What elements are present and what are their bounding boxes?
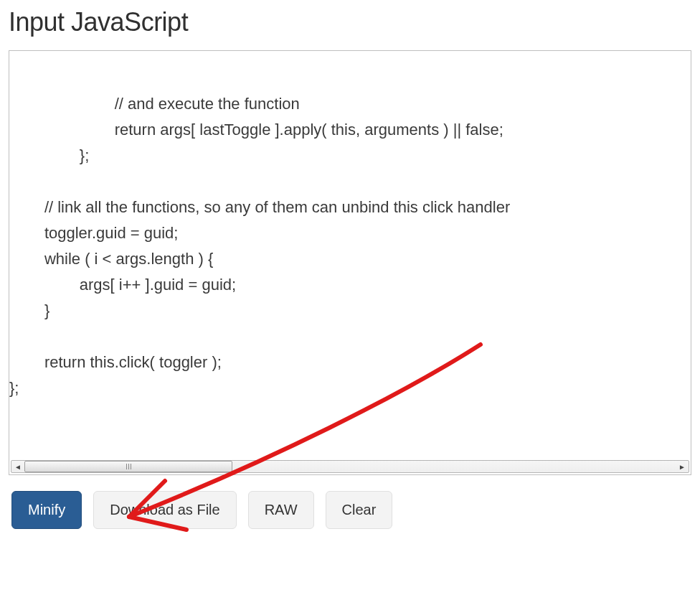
horizontal-scrollbar[interactable]: ◄ ► (11, 460, 689, 473)
clear-button[interactable]: Clear (326, 491, 393, 529)
scroll-track[interactable] (24, 461, 676, 472)
download-as-file-button[interactable]: Download as File (93, 491, 236, 529)
code-content[interactable]: // and execute the function return args[… (9, 51, 510, 401)
minify-button[interactable]: Minify (11, 491, 82, 529)
raw-button[interactable]: RAW (248, 491, 314, 529)
scroll-grip-icon (126, 464, 131, 469)
scroll-left-arrow-icon[interactable]: ◄ (11, 461, 24, 472)
code-editor-box[interactable]: // and execute the function return args[… (9, 50, 691, 475)
button-row: Minify Download as File RAW Clear (9, 491, 691, 529)
input-heading: Input JavaScript (9, 7, 691, 37)
scroll-thumb[interactable] (24, 461, 232, 472)
scroll-right-arrow-icon[interactable]: ► (676, 461, 689, 472)
